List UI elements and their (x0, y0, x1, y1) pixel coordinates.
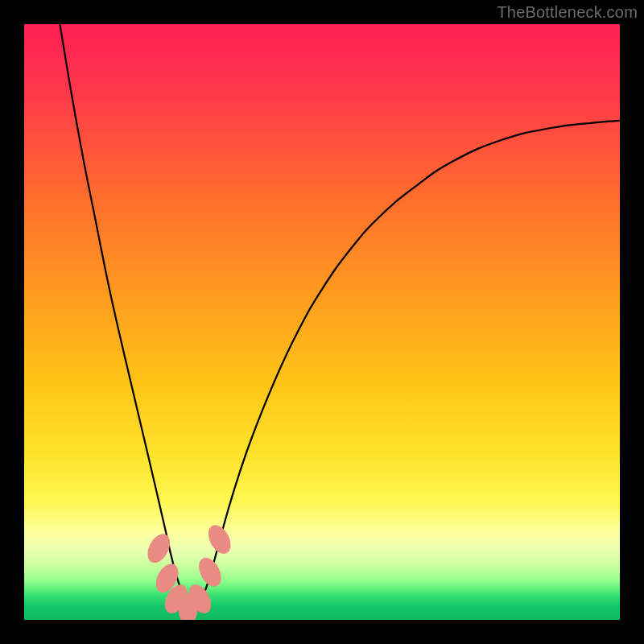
curve-marker (204, 522, 235, 558)
watermark-text: TheBottleneck.com (497, 3, 638, 22)
bottleneck-curve (60, 24, 620, 609)
curve-layer (24, 24, 620, 620)
chart-frame: TheBottleneck.com (0, 0, 644, 644)
curve-marker (194, 554, 225, 590)
curve-markers (143, 522, 235, 620)
plot-area (24, 24, 620, 620)
